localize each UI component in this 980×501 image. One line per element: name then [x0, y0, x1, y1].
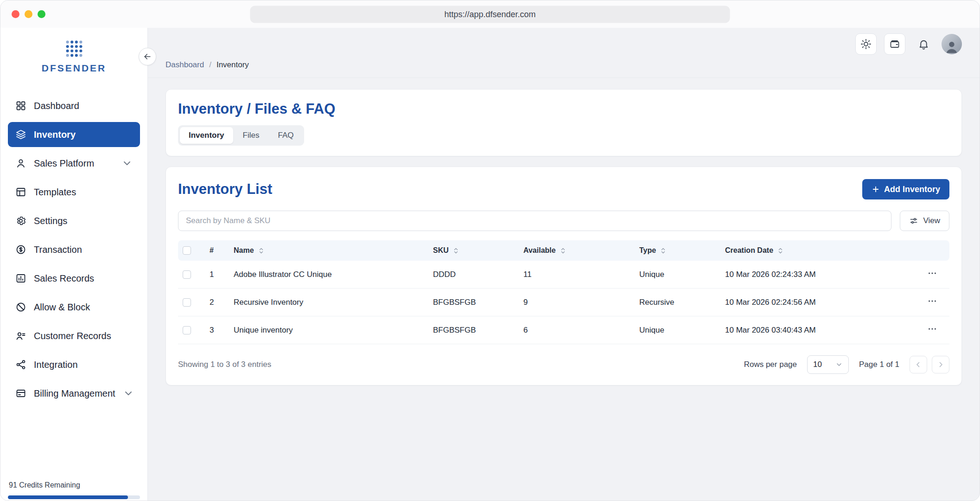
sidebar-item-label: Customer Records	[34, 331, 111, 341]
gear-icon	[15, 215, 26, 226]
notifications-button[interactable]	[913, 33, 934, 55]
sidebar-item-label: Sales Platform	[34, 158, 94, 169]
column-header-available[interactable]: Available	[519, 240, 635, 261]
cell-index: 1	[205, 261, 229, 289]
inventory-table: # Name SKU Available Type Creation Date	[178, 240, 949, 344]
minimize-button[interactable]	[25, 10, 32, 18]
cell-available: 11	[519, 261, 635, 289]
sidebar-item-dashboard[interactable]: Dashboard	[8, 93, 140, 118]
row-actions-button[interactable]	[927, 296, 937, 306]
brand-logo-icon	[64, 38, 85, 59]
sidebar-item-allow-block[interactable]: Allow & Block	[8, 295, 140, 320]
nodes-icon	[15, 359, 26, 370]
credits-remaining-text: 91 Credits Remaining	[9, 481, 140, 489]
rows-per-page-select[interactable]: 10	[807, 355, 849, 374]
rows-per-page-value: 10	[813, 360, 822, 369]
breadcrumb-dashboard-link[interactable]: Dashboard	[165, 60, 204, 70]
table-head: # Name SKU Available Type Creation Date	[178, 240, 949, 261]
cell-type: Unique	[635, 316, 720, 344]
plus-icon	[872, 185, 880, 193]
credits-progress-fill	[8, 495, 128, 499]
url-bar[interactable]: https://app.dfsender.com	[250, 6, 730, 23]
arrow-left-icon	[143, 52, 152, 61]
main-header: Dashboard / Inventory	[148, 28, 980, 78]
wallet-button[interactable]	[884, 33, 905, 55]
theme-toggle-button[interactable]	[855, 33, 877, 55]
row-checkbox[interactable]	[183, 326, 191, 334]
search-input[interactable]	[178, 211, 891, 231]
sun-icon	[860, 39, 872, 50]
ellipsis-icon	[927, 324, 937, 334]
add-inventory-label: Add Inventory	[884, 185, 940, 194]
tab-files[interactable]: Files	[234, 127, 268, 144]
chevron-right-icon	[936, 360, 945, 369]
cell-creation-date: 10 Mar 2026 02:24:33 AM	[720, 261, 915, 289]
card-icon	[15, 388, 26, 399]
row-actions-button[interactable]	[927, 268, 937, 278]
rows-per-page-label: Rows per page	[744, 360, 797, 369]
column-header-type[interactable]: Type	[635, 240, 720, 261]
sidebar-item-transaction[interactable]: Transaction	[8, 237, 140, 262]
zoom-button[interactable]	[38, 10, 45, 18]
row-checkbox[interactable]	[183, 298, 191, 307]
page-title-card: Inventory / Files & FAQ Inventory Files …	[165, 89, 962, 156]
sidebar-item-billing-management[interactable]: Billing Management	[8, 381, 140, 406]
previous-page-button[interactable]	[910, 356, 927, 373]
layers-icon	[15, 129, 26, 140]
tab-faq[interactable]: FAQ	[269, 127, 302, 144]
page-content: Inventory / Files & FAQ Inventory Files …	[148, 78, 980, 397]
select-all-checkbox[interactable]	[183, 246, 191, 255]
column-header-name[interactable]: Name	[229, 240, 428, 261]
sidebar-item-sales-records[interactable]: Sales Records	[8, 266, 140, 291]
column-header-sku[interactable]: SKU	[428, 240, 519, 261]
sidebar-item-sales-platform[interactable]: Sales Platform	[8, 151, 140, 176]
bar-chart-icon	[15, 273, 26, 284]
brand-logo[interactable]: DFSENDER	[0, 38, 147, 74]
bell-icon	[918, 39, 929, 50]
chevron-down-icon	[123, 388, 134, 399]
chevron-left-icon	[914, 360, 923, 369]
sidebar-nav: Dashboard Inventory Sales Platform Templ…	[0, 93, 147, 406]
sidebar-item-settings[interactable]: Settings	[8, 208, 140, 233]
sidebar-item-label: Settings	[34, 216, 67, 226]
breadcrumb-current: Inventory	[216, 60, 249, 70]
main-area: Dashboard / Inventory Inventory / Files …	[148, 28, 980, 501]
sidebar-item-label: Sales Records	[34, 273, 94, 284]
dollar-circle-icon	[15, 244, 26, 255]
sidebar: DFSENDER Dashboard Inventory Sales Platf…	[0, 28, 148, 501]
tab-inventory[interactable]: Inventory	[180, 127, 233, 144]
table-footer: Showing 1 to 3 of 3 entries Rows per pag…	[178, 355, 949, 374]
layout-icon	[15, 186, 26, 198]
sort-icon	[777, 247, 784, 254]
row-actions-button[interactable]	[927, 324, 937, 334]
cell-name: Recursive Inventory	[229, 289, 428, 316]
cell-sku: BFGBSFGB	[428, 316, 519, 344]
column-header-creation-date[interactable]: Creation Date	[720, 240, 915, 261]
sidebar-item-label: Templates	[34, 187, 76, 198]
cell-type: Unique	[635, 261, 720, 289]
column-header-actions	[915, 240, 949, 261]
view-button[interactable]: View	[900, 211, 949, 231]
cell-name: Adobe Illustrator CC Unique	[229, 261, 428, 289]
cell-available: 9	[519, 289, 635, 316]
column-header-index: #	[205, 240, 229, 261]
user-icon	[15, 158, 26, 169]
sidebar-collapse-button[interactable]	[139, 48, 156, 65]
sort-icon	[258, 247, 265, 254]
cell-creation-date: 10 Mar 2026 03:40:43 AM	[720, 316, 915, 344]
inventory-list-card: Inventory List Add Inventory View	[165, 167, 962, 385]
add-inventory-button[interactable]: Add Inventory	[862, 179, 949, 199]
next-page-button[interactable]	[932, 356, 949, 373]
sidebar-item-label: Transaction	[34, 244, 82, 255]
sidebar-item-customer-records[interactable]: Customer Records	[8, 323, 140, 348]
table-row: 1 Adobe Illustrator CC Unique DDDD 11 Un…	[178, 261, 949, 289]
table-header-row: # Name SKU Available Type Creation Date	[178, 240, 949, 261]
page-info-text: Page 1 of 1	[859, 360, 899, 369]
close-button[interactable]	[12, 10, 19, 18]
sliders-icon	[909, 216, 918, 225]
row-checkbox[interactable]	[183, 270, 191, 279]
sidebar-item-integration[interactable]: Integration	[8, 352, 140, 377]
user-avatar[interactable]	[942, 34, 962, 54]
sidebar-item-inventory[interactable]: Inventory	[8, 122, 140, 147]
sidebar-item-templates[interactable]: Templates	[8, 180, 140, 205]
